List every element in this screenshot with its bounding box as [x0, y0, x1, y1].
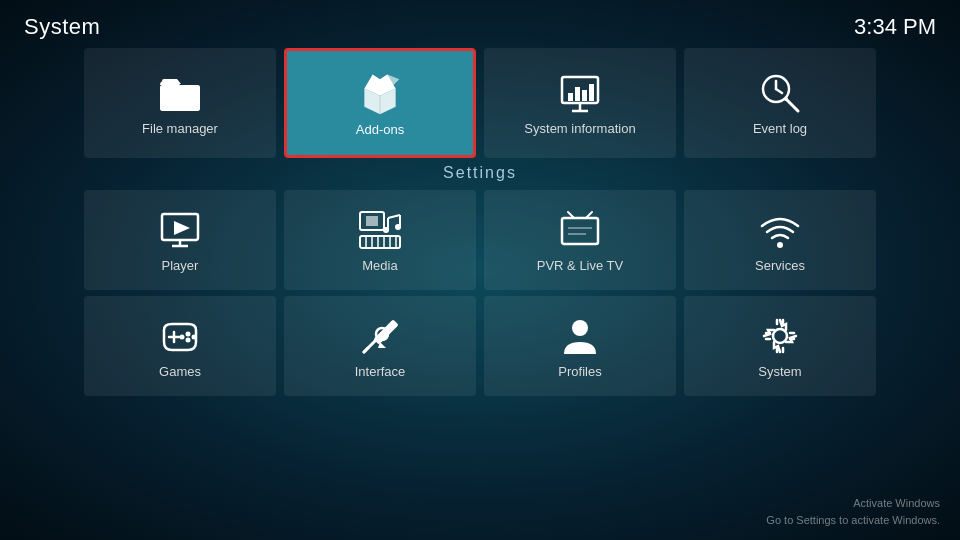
gear-wrench-icon [758, 314, 802, 358]
tile-games[interactable]: Games [84, 296, 276, 396]
svg-rect-8 [582, 90, 587, 101]
tile-media-label: Media [362, 258, 397, 273]
tile-system-information[interactable]: System information [484, 48, 676, 158]
tile-add-ons-label: Add-ons [356, 122, 404, 137]
tile-interface[interactable]: Interface [284, 296, 476, 396]
svg-point-25 [395, 224, 401, 230]
settings-row-2: Games Interface Profiles [84, 296, 876, 396]
folder-icon [158, 71, 202, 115]
svg-point-42 [192, 334, 197, 339]
tile-system-information-label: System information [524, 121, 635, 136]
tile-profiles-label: Profiles [558, 364, 601, 379]
person-icon [558, 314, 602, 358]
svg-line-12 [776, 89, 782, 93]
gamepad-icon [158, 314, 202, 358]
tile-media[interactable]: Media [284, 190, 476, 290]
tile-services[interactable]: Services [684, 190, 876, 290]
svg-rect-20 [366, 216, 378, 226]
svg-point-38 [777, 242, 783, 248]
settings-grid: Player Medi [0, 190, 960, 396]
tile-pvr-live-tv[interactable]: PVR & Live TV [484, 190, 676, 290]
presentation-icon [558, 71, 602, 115]
svg-point-43 [186, 337, 191, 342]
tile-file-manager[interactable]: File manager [84, 48, 276, 158]
svg-line-48 [364, 348, 368, 352]
tv-icon [558, 208, 602, 252]
clock-search-icon [758, 71, 802, 115]
tile-interface-label: Interface [355, 364, 406, 379]
activate-windows-watermark: Activate Windows Go to Settings to activ… [766, 495, 940, 528]
watermark-line2: Go to Settings to activate Windows. [766, 512, 940, 529]
header: System 3:34 PM [0, 0, 960, 48]
svg-point-23 [383, 227, 389, 233]
monitor-play-icon [158, 208, 202, 252]
tile-player-label: Player [162, 258, 199, 273]
tile-add-ons[interactable]: Add-ons [284, 48, 476, 158]
svg-point-50 [773, 329, 787, 343]
svg-line-13 [786, 99, 798, 111]
svg-line-21 [388, 215, 400, 218]
top-tiles-row: File manager Add-ons System informati [0, 48, 960, 158]
page-title: System [24, 14, 100, 40]
svg-rect-9 [589, 84, 594, 101]
tile-player[interactable]: Player [84, 190, 276, 290]
svg-point-41 [186, 331, 191, 336]
clock: 3:34 PM [854, 14, 936, 40]
tile-system-label: System [758, 364, 801, 379]
svg-rect-6 [568, 93, 573, 101]
svg-marker-16 [174, 221, 190, 235]
svg-rect-7 [575, 87, 580, 101]
svg-point-14 [784, 97, 788, 101]
addons-box-icon [357, 70, 403, 116]
tile-file-manager-label: File manager [142, 121, 218, 136]
svg-point-49 [572, 320, 588, 336]
media-icon [358, 208, 402, 252]
tile-system[interactable]: System [684, 296, 876, 396]
tile-event-log-label: Event log [753, 121, 807, 136]
svg-rect-33 [562, 218, 598, 244]
watermark-line1: Activate Windows [766, 495, 940, 512]
tile-profiles[interactable]: Profiles [484, 296, 676, 396]
svg-point-44 [180, 334, 185, 339]
wifi-icon [758, 208, 802, 252]
tile-services-label: Services [755, 258, 805, 273]
tile-event-log[interactable]: Event log [684, 48, 876, 158]
tile-games-label: Games [159, 364, 201, 379]
settings-row-1: Player Medi [84, 190, 876, 290]
settings-section-label: Settings [0, 164, 960, 182]
svg-rect-1 [160, 85, 200, 111]
tile-pvr-live-tv-label: PVR & Live TV [537, 258, 623, 273]
wrench-pencil-icon [358, 314, 402, 358]
